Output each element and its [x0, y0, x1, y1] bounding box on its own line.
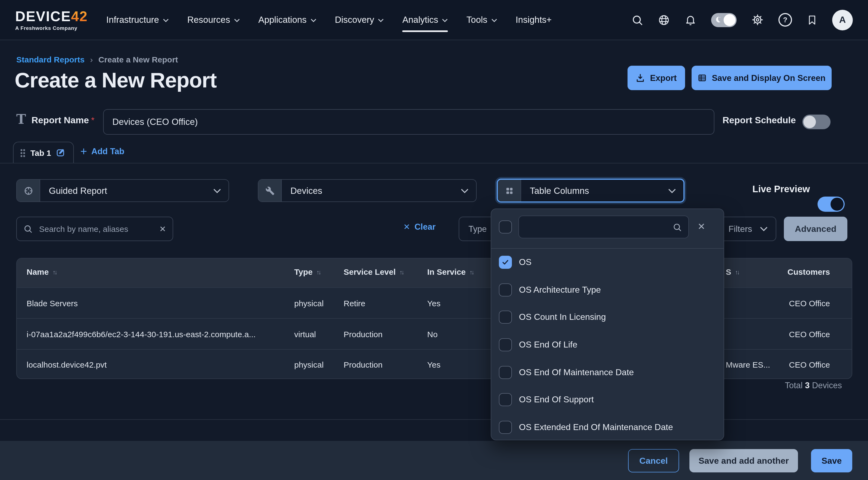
option-os-end-of-support[interactable]: OS End Of Support [491, 386, 723, 414]
source-object-select[interactable]: Devices [258, 179, 476, 202]
sort-icon[interactable]: ↑↓ [470, 269, 473, 275]
clear-search-icon[interactable]: ✕ [159, 224, 166, 234]
settings-gear-icon[interactable] [751, 13, 764, 26]
cell-in-service: Yes [427, 299, 440, 308]
check-icon [502, 259, 509, 266]
save-button[interactable]: Save [811, 449, 852, 472]
checkbox-unchecked[interactable] [499, 283, 512, 297]
checkbox-unchecked[interactable] [499, 338, 512, 351]
tab-1[interactable]: Tab 1 [13, 142, 74, 163]
cell-service-level: Retire [344, 299, 365, 308]
option-os-count-in-licensing[interactable]: OS Count In Licensing [491, 303, 723, 331]
breadcrumb-link[interactable]: Standard Reports [16, 55, 85, 64]
checkbox-unchecked[interactable] [499, 393, 512, 407]
column-header-type[interactable]: Type↑↓ [294, 267, 320, 276]
nav-item-infrastructure[interactable]: Infrastructure [106, 0, 168, 40]
toggle-knob [831, 198, 844, 211]
cell-type: physical [294, 360, 323, 369]
panel-search-input[interactable] [525, 222, 673, 232]
panel-search-box [519, 216, 689, 238]
plus-icon: + [80, 146, 87, 157]
column-header-service-level[interactable]: Service Level↑↓ [344, 267, 403, 276]
download-icon [636, 73, 645, 83]
nav-item-discovery[interactable]: Discovery [335, 0, 384, 40]
save-and-add-another-button[interactable]: Save and add another [689, 449, 798, 472]
tab-1-label: Tab 1 [30, 148, 51, 157]
table-columns-select[interactable]: Table Columns [497, 179, 684, 203]
table-row[interactable]: i-07aa1a2a2f499c6b6/ec2-3-144-30-191.us-… [17, 318, 852, 350]
cell-in-service: No [427, 330, 437, 339]
sort-icon[interactable]: ↑↓ [400, 269, 403, 275]
moon-icon [714, 16, 721, 23]
option-os-end-of-maintenance-date[interactable]: OS End Of Maintenance Date [491, 359, 723, 386]
chevron-down-icon [760, 227, 767, 231]
export-button[interactable]: Export [627, 66, 685, 90]
text-format-icon: T [16, 113, 26, 126]
search-icon[interactable] [631, 14, 643, 26]
chevron-down-icon [163, 19, 169, 22]
guided-report-icon [17, 180, 40, 202]
report-schedule-label: Report Schedule [722, 115, 796, 126]
globe-icon[interactable] [658, 14, 670, 26]
table-columns-panel: ✕ OS OS Architecture Type OS Count In Li… [491, 209, 724, 440]
tabs-divider [0, 163, 868, 163]
device42-logo[interactable]: DEVICE42 A Freshworks Company [15, 9, 88, 31]
option-os-extended-end-of-maintenance-date[interactable]: OS Extended End Of Maintenance Date [491, 414, 723, 441]
report-name-label: Report Name* [31, 115, 94, 126]
checkbox-checked[interactable] [499, 256, 512, 269]
breadcrumb-current: Create a New Report [98, 55, 178, 64]
cell-os-fragment: Mware ES... [726, 360, 770, 369]
option-os-architecture-type[interactable]: OS Architecture Type [491, 276, 723, 303]
report-name-input[interactable] [103, 109, 714, 134]
table-header-row: Name↑↓ Type↑↓ Service Level↑↓ In Service… [17, 259, 852, 287]
nav-item-analytics[interactable]: Analytics [403, 0, 448, 40]
select-all-checkbox[interactable] [499, 220, 512, 234]
table-row[interactable]: Blade Servers physical Retire Yes CEO Of… [17, 287, 852, 319]
help-icon[interactable]: ? [778, 13, 792, 27]
nav-item-resources[interactable]: Resources [187, 0, 240, 40]
chevron-down-icon [491, 19, 497, 22]
sort-icon[interactable]: ↑↓ [53, 269, 57, 275]
cell-in-service: Yes [427, 360, 440, 369]
advanced-button[interactable]: Advanced [784, 217, 847, 241]
nav-item-insights[interactable]: Insights+ [516, 0, 552, 40]
checkbox-unchecked[interactable] [499, 311, 512, 324]
nav-item-applications[interactable]: Applications [258, 0, 316, 40]
checkbox-unchecked[interactable] [499, 421, 512, 434]
option-os[interactable]: OS [491, 249, 723, 276]
save-and-display-button[interactable]: Save and Display On Screen [691, 66, 832, 90]
cell-type: virtual [294, 330, 316, 339]
column-header-in-service[interactable]: In Service↑↓ [427, 267, 473, 276]
cell-name: Blade Servers [27, 299, 78, 308]
close-panel-icon[interactable]: ✕ [698, 221, 706, 232]
column-header-customers[interactable]: Customers [787, 267, 830, 276]
column-header-os-fragment[interactable]: S↑↓ [726, 267, 739, 276]
chevron-down-icon [442, 19, 448, 22]
search-icon [23, 224, 33, 234]
cancel-button[interactable]: Cancel [628, 449, 679, 472]
search-icon [673, 222, 682, 232]
clear-filters-button[interactable]: ✕ Clear [403, 222, 436, 232]
add-tab-button[interactable]: + Add Tab [80, 146, 124, 157]
device-search-input[interactable] [38, 224, 154, 234]
wrench-icon [258, 180, 282, 202]
edit-tab-icon[interactable] [56, 148, 66, 158]
dark-mode-toggle[interactable] [711, 13, 737, 27]
table-row[interactable]: localhost.device42.pvt physical Producti… [17, 349, 852, 379]
checkbox-unchecked[interactable] [499, 366, 512, 379]
nav-utilities: ? A [631, 9, 853, 30]
cell-name: i-07aa1a2a2f499c6b6/ec2-3-144-30-191.us-… [27, 330, 256, 339]
chevron-down-icon [378, 19, 384, 22]
report-type-select[interactable]: Guided Report [16, 179, 229, 202]
sort-icon[interactable]: ↑↓ [316, 269, 320, 275]
report-schedule-toggle[interactable] [802, 115, 831, 129]
drag-handle-icon [20, 149, 26, 157]
notifications-bell-icon[interactable] [684, 14, 696, 26]
column-header-name[interactable]: Name↑↓ [27, 267, 57, 276]
option-os-end-of-life[interactable]: OS End Of Life [491, 331, 723, 359]
nav-item-tools[interactable]: Tools [467, 0, 497, 40]
user-avatar[interactable]: A [832, 9, 853, 30]
live-preview-toggle[interactable] [817, 197, 845, 212]
bookmark-icon[interactable] [807, 14, 817, 26]
sort-icon[interactable]: ↑↓ [735, 269, 739, 275]
